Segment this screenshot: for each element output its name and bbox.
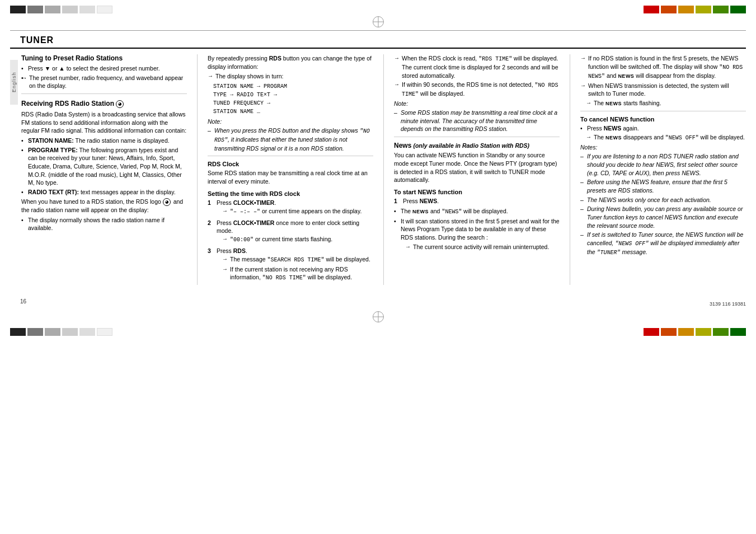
registration-mark-row-bottom: [0, 311, 756, 322]
color-swatch-9: [678, 6, 694, 13]
news-bullet-1: The news and "NEWS" will be displayed.: [394, 207, 560, 216]
program-type-item: PROGRAM TYPE: The following program type…: [21, 146, 187, 187]
bottom-swatch-1: [10, 328, 26, 336]
col3-note-1: Some RDS station may be transmitting a r…: [394, 109, 560, 133]
section1-heading: Tuning to Preset Radio Stations: [21, 54, 187, 62]
cancel-news-heading: To cancel NEWS function: [580, 116, 746, 123]
bottom-swatch-8: [661, 328, 677, 336]
page-header: TUNER: [10, 32, 746, 49]
col3-note-label: Note:: [394, 100, 560, 108]
color-swatch-3: [45, 6, 60, 13]
page-title: TUNER: [20, 35, 54, 45]
radio-text-item: RADIO TEXT (RT): text messages appear in…: [21, 188, 187, 196]
registration-mark-bottom: [373, 311, 384, 322]
col4-transmission: When NEWS transmission is detected, the …: [580, 82, 746, 98]
color-swatch-11: [713, 6, 729, 13]
col3-rds-read: When the RDS clock is read, "RDS TIME" w…: [394, 54, 560, 79]
bottom-swatch-12: [730, 328, 746, 336]
column-4: If no RDS station is found in the first …: [580, 54, 746, 285]
bottom-color-bar: [10, 327, 746, 337]
color-swatch-1: [10, 6, 26, 13]
note-once: The NEWS works only once for each activa…: [580, 196, 746, 204]
column-1: Tuning to Preset Radio Stations Press ▼ …: [21, 54, 187, 285]
news-bullet-2: It will scan stations stored in the firs…: [394, 217, 560, 242]
col-divider-3: [570, 54, 570, 285]
col2-note-label: Note:: [208, 118, 373, 126]
col-divider-2: [383, 54, 384, 285]
news-bullets: The news and "NEWS" will be displayed. I…: [394, 207, 560, 242]
news-arrow: The current source activity will remain …: [405, 243, 560, 251]
col3-90sec: If within 90 seconds, the RDS time is no…: [394, 81, 560, 99]
bottom-swatch-2: [27, 328, 43, 336]
color-swatch-7: [644, 6, 659, 13]
rds-logo-icon: ◕: [116, 100, 124, 108]
section2-heading: Receiving RDS Radio Station ◕: [21, 100, 187, 108]
section2-footer: When you have tuned to a RDS station, th…: [21, 198, 187, 214]
step-3: 3 Press RDS. The message "SEARCH RDS TIM…: [208, 247, 373, 283]
section2-items: STATION NAME: The radio station name is …: [21, 137, 187, 196]
rds-logo-inline: ◕: [163, 198, 171, 206]
rds-clock-heading: RDS Clock: [208, 161, 373, 167]
content-columns: Tuning to Preset Radio Stations Press ▼ …: [18, 54, 746, 285]
news-body: You can activate NEWS function in Standb…: [394, 151, 560, 184]
column-3: When the RDS clock is read, "RDS TIME" w…: [394, 54, 560, 285]
display-sequence: STATION NAME → PROGRAM TYPE → RADIO TE×T…: [213, 82, 373, 116]
section-rule-2: [208, 156, 373, 156]
color-swatch-6: [97, 6, 112, 13]
col2-note-item-1: When you press the RDS button and the di…: [208, 127, 373, 153]
color-swatch-12: [730, 6, 746, 13]
col4-flashing: The news starts flashing.: [586, 99, 746, 107]
display-normally: The display normally shows the radio sta…: [21, 216, 187, 232]
section-rule-4: [580, 111, 746, 111]
note-switched: If set is switched to Tuner source, the …: [580, 231, 746, 257]
col4-notes-label: Notes:: [580, 143, 746, 152]
registration-mark-top: [373, 16, 384, 27]
note-bulletin: During News bulletin, you can press any …: [580, 205, 746, 229]
bottom-swatch-10: [696, 328, 711, 336]
news-header: News (only available in Radio Station wi…: [394, 142, 560, 149]
section1-bullets: Press ▼ or ▲ to select the desired prese…: [21, 64, 187, 90]
col-divider-1: [197, 54, 198, 285]
top-rule-thin: [10, 30, 746, 31]
bottom-swatch-5: [79, 328, 95, 336]
col4-notes-list: If you are listening to a non RDS TUNER …: [580, 152, 746, 257]
section-rule-3: [394, 137, 560, 137]
page-number: 16: [10, 296, 36, 307]
step3-sub1: The message "SEARCH RDS TIME" will be di…: [222, 255, 373, 264]
top-color-bar: [10, 4, 746, 15]
color-swatch-10: [696, 6, 711, 13]
start-step-1: 1 Press NEWS.: [394, 197, 560, 205]
color-swatch-2: [27, 6, 43, 13]
col4-no-rds: If no RDS station is found in the first …: [580, 54, 746, 81]
bottom-swatch-9: [678, 328, 694, 336]
bottom-swatch-4: [62, 328, 78, 336]
rds-clock-body: Some RDS station may be transmitting a r…: [208, 169, 373, 185]
step3-sub2: If the current station is not receiving …: [222, 265, 373, 283]
set-time-heading: Setting the time with RDS clock: [208, 190, 373, 197]
bottom-swatch-6: [97, 328, 112, 336]
bottom-area: 16 3139 116 19381: [0, 296, 756, 307]
sidebar-english-label: English: [10, 60, 18, 105]
cancel-bullet: Press NEWS again.: [580, 124, 746, 133]
registration-mark-row-top: [0, 15, 756, 29]
doc-number: 3139 116 19381: [710, 301, 746, 307]
display-shows-turn: The display shows in turn:: [208, 72, 373, 81]
section-rule-1: [21, 93, 187, 94]
color-swatch-5: [79, 6, 95, 13]
bottom-swatch-7: [644, 328, 659, 336]
step-1: 1 Press CLOCK•TIMER. "– –:– –" or curren…: [208, 199, 373, 217]
bullet-press: Press ▼ or ▲ to select the desired prese…: [21, 64, 187, 73]
bottom-swatch-11: [713, 328, 729, 336]
main-content: English Tuning to Preset Radio Stations …: [0, 49, 756, 291]
step2-sub: "00:00" or current time starts flashing.: [222, 235, 373, 244]
bottom-swatch-3: [45, 328, 60, 336]
column-2: By repeatedly pressing RDS button you ca…: [208, 54, 373, 285]
color-swatch-8: [661, 6, 677, 13]
display-bullet: The display normally shows the radio sta…: [21, 216, 187, 232]
cancel-step: Press NEWS again.: [580, 124, 746, 133]
color-swatch-4: [62, 6, 78, 13]
step-2: 2 Press CLOCK•TIMER once more to enter c…: [208, 219, 373, 245]
cancel-sub: The news disappears and "NEWS OFF" will …: [586, 133, 746, 142]
bullet-preset-arrow: → The preset number, radio frequency, an…: [21, 74, 187, 90]
start-news-heading: To start NEWS function: [394, 189, 560, 195]
